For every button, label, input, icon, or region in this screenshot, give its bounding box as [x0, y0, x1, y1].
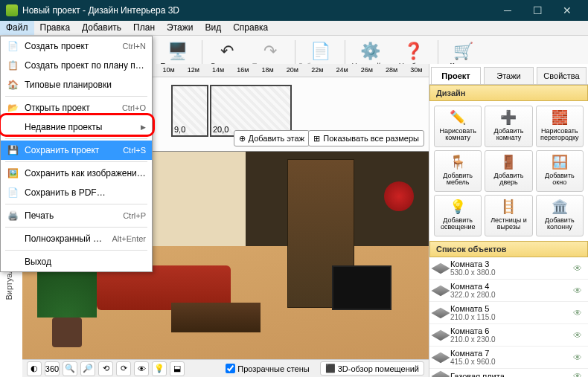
eye-icon[interactable]: 👁	[573, 352, 582, 363]
menu-shortcut: Ctrl+N	[123, 42, 146, 51]
eye-icon[interactable]: 👁	[573, 371, 582, 377]
menu-label: Полноэкранный просмотр	[25, 233, 106, 244]
file-icon: 📄	[7, 41, 19, 51]
home-icon: 🏠	[7, 80, 19, 90]
list-item[interactable]: Комната 7415.0 x 960.0👁	[429, 347, 588, 369]
add-room-button[interactable]: ➕Добавить комнату	[485, 106, 532, 147]
add-floor-button[interactable]: ⊕Добавить этаж	[234, 130, 310, 146]
menu-save-as-pdf[interactable]: 📄Сохранить в PDF…	[1, 183, 152, 202]
menu-label: Недавние проекты	[25, 122, 135, 132]
gear-icon: ⚙️	[360, 42, 380, 61]
object-list[interactable]: Комната 3530.0 x 380.0👁 Комната 4322.0 x…	[429, 257, 588, 377]
list-item[interactable]: Комната 3530.0 x 380.0👁	[429, 257, 588, 280]
draw-partition-button[interactable]: 🧱Нарисовать перегородку	[536, 106, 584, 147]
tab-properties[interactable]: Свойства	[537, 67, 587, 84]
stairs-cuts-button[interactable]: 🪜Лестницы и вырезы	[485, 195, 532, 236]
tab-project[interactable]: Проект	[431, 67, 481, 84]
cart-icon: 🛒	[453, 42, 473, 61]
eye-icon[interactable]: 👁	[573, 308, 582, 318]
close-button[interactable]: ✕	[552, 0, 582, 21]
right-panel: Проект Этажи Свойства Дизайн ✏️Нарисоват…	[429, 64, 588, 377]
menu-help[interactable]: Справка	[227, 21, 274, 35]
cube-icon	[431, 285, 450, 295]
pdf-icon: 📄	[7, 187, 19, 198]
menu-separator	[5, 250, 147, 251]
object-dim: 530.0 x 380.0	[450, 268, 496, 277]
ruler-tick: 28м	[379, 64, 403, 77]
menu-save-project[interactable]: 💾Сохранить проектCtrl+S	[1, 141, 152, 160]
ruler-icon: ⊞	[313, 134, 320, 144]
checkbox[interactable]	[226, 364, 235, 373]
ruler-tick: 20м	[280, 64, 304, 77]
maximize-button[interactable]: ☐	[523, 0, 552, 21]
menu-recent-projects[interactable]: Недавние проекты▶	[1, 117, 152, 137]
room-outline[interactable]: 20,0	[210, 85, 292, 137]
object-name: Комната 3	[450, 260, 489, 268]
button-label: Добавить дверь	[487, 173, 530, 187]
menu-new-project[interactable]: 📄Создать проектCtrl+N	[1, 36, 152, 56]
tab-floors[interactable]: Этажи	[484, 67, 534, 84]
add-window-button[interactable]: 🪟Добавить окно	[536, 150, 584, 192]
add-column-button[interactable]: 🏛️Добавить колонну	[536, 195, 584, 236]
nav-btn[interactable]: ⟳	[116, 361, 131, 376]
menu-label: Печать	[25, 210, 117, 221]
minimize-button[interactable]: ─	[493, 0, 523, 21]
menu-edit[interactable]: Правка	[34, 21, 77, 35]
button-label: Добавить мебель	[436, 173, 479, 187]
eye-icon[interactable]: 👁	[573, 263, 582, 274]
bottom-bar: ◐ 360 🔍 🔎 ⟲ ⟳ 👁 💡 ⬓ Прозрачные стены ⬛3D…	[22, 359, 429, 377]
room-3d-overview-button[interactable]: ⬛3D-обзор помещений	[320, 361, 424, 376]
ruler-tick: 14м	[206, 64, 231, 77]
pencil-icon: ✏️	[450, 111, 466, 126]
cube-icon: ⬛	[325, 364, 336, 373]
tv-3d	[332, 265, 392, 310]
ruler-tick: 30м	[404, 64, 429, 77]
cube-icon	[431, 329, 450, 340]
menu-add[interactable]: Добавить	[76, 21, 127, 35]
nav-btn[interactable]: ⟲	[98, 361, 113, 376]
show-dimensions-button[interactable]: ⊞Показывать все размеры	[308, 130, 424, 146]
nav-btn[interactable]: ⬓	[170, 361, 185, 376]
add-furniture-button[interactable]: 🪑Добавить мебель	[434, 150, 482, 192]
menu-file[interactable]: Файл	[0, 21, 34, 35]
eye-icon[interactable]: 👁	[573, 286, 582, 296]
menu-separator	[5, 204, 147, 204]
nav-btn[interactable]: 💡	[152, 361, 167, 376]
menu-floors[interactable]: Этажи	[161, 21, 199, 35]
menu-view[interactable]: Вид	[199, 21, 227, 35]
menu-exit[interactable]: Выход	[1, 252, 152, 271]
eye-icon[interactable]: 👁	[573, 330, 582, 341]
add-lighting-button[interactable]: 💡Добавить освещение	[434, 195, 482, 236]
nav-btn[interactable]: ◐	[27, 361, 42, 376]
list-item[interactable]: Комната 6210.0 x 230.0👁	[429, 324, 588, 347]
object-dim: 210.0 x 230.0	[450, 335, 496, 344]
menu-plan[interactable]: План	[127, 21, 161, 35]
list-item[interactable]: Комната 5210.0 x 115.0👁	[429, 302, 588, 324]
cube-icon	[431, 352, 450, 362]
transparent-walls-checkbox[interactable]: Прозрачные стены	[226, 364, 309, 373]
menu-shortcut: Alt+Enter	[112, 234, 146, 243]
menu-print[interactable]: 🖨️ПечатьCtrl+P	[1, 206, 152, 225]
menu-templates[interactable]: 🏠Типовые планировки	[1, 75, 152, 94]
add-room-icon: ➕	[500, 111, 517, 126]
window-icon: 🪟	[552, 155, 568, 170]
draw-room-button[interactable]: ✏️Нарисовать комнату	[434, 106, 482, 147]
button-label: Нарисовать комнату	[436, 128, 479, 143]
room-outline[interactable]: 9,0	[171, 85, 208, 137]
menu-fullscreen[interactable]: Полноэкранный просмотрAlt+Enter	[1, 229, 152, 248]
ruler-tick: 10м	[156, 64, 181, 77]
zoom-out-button[interactable]: 🔎	[80, 361, 95, 376]
design-grid: ✏️Нарисовать комнату ➕Добавить комнату 🧱…	[429, 101, 588, 241]
list-item[interactable]: Комната 4322.0 x 280.0👁	[429, 280, 588, 302]
menu-save-as-image[interactable]: 🖼️Сохранить как изображение…	[1, 164, 152, 183]
add-door-button[interactable]: 🚪Добавить дверь	[485, 150, 532, 192]
menu-open-project[interactable]: 📂Открыть проектCtrl+O	[1, 98, 152, 117]
menu-shortcut: Ctrl+O	[122, 103, 146, 112]
nav-btn[interactable]: 👁	[134, 361, 149, 376]
help-icon: ❓	[403, 42, 424, 61]
nav-btn[interactable]: 360	[45, 361, 60, 376]
menu-label: Открыть проект	[25, 103, 116, 113]
zoom-in-button[interactable]: 🔍	[63, 361, 77, 376]
menu-new-from-plan[interactable]: 📋Создать проект по плану помещения…	[1, 56, 152, 75]
list-item[interactable]: Газовая плита👁	[429, 369, 588, 377]
